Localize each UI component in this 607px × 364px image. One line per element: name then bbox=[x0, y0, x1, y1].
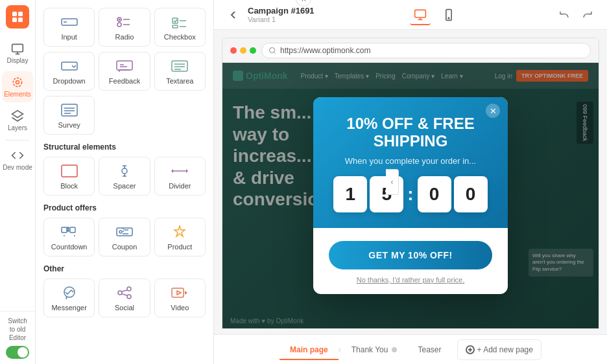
sidebar-label-display: Display bbox=[7, 57, 29, 64]
tab-teaser[interactable]: Teaser bbox=[407, 340, 451, 359]
browser-bar: https://www.optimonk.com bbox=[222, 38, 599, 63]
sidebar-item-layers[interactable]: Layers bbox=[2, 105, 33, 136]
add-page-button[interactable]: + Add new page bbox=[457, 339, 542, 360]
browser-content: OptiMonk Product ▾ Templates ▾ Pricing C… bbox=[222, 63, 599, 328]
redo-button[interactable] bbox=[578, 6, 597, 24]
element-countdown[interactable]: Countdown bbox=[43, 218, 95, 256]
element-divider-label: Divider bbox=[169, 182, 191, 190]
element-input-label: Input bbox=[61, 33, 77, 41]
mobile-device-button[interactable] bbox=[438, 5, 459, 25]
svg-line-60 bbox=[122, 294, 127, 295]
tab-main-page[interactable]: Main page bbox=[280, 340, 339, 359]
tab-thank-you[interactable]: Thank You bbox=[341, 340, 408, 359]
element-textarea-label: Textarea bbox=[166, 77, 193, 85]
svg-rect-1 bbox=[18, 12, 23, 16]
header-right bbox=[555, 6, 597, 24]
app-logo[interactable] bbox=[6, 5, 29, 28]
svg-rect-0 bbox=[12, 12, 17, 16]
svg-point-13 bbox=[118, 19, 120, 21]
popup-close-button[interactable]: ✕ bbox=[486, 104, 500, 118]
popup-subtitle: When you complete your order in... bbox=[329, 156, 492, 166]
back-button[interactable] bbox=[224, 6, 243, 24]
element-messenger[interactable]: Messenger bbox=[43, 279, 95, 317]
popup-bottom: GET MY 10% OFF! No thanks, I'd rather pa… bbox=[313, 228, 508, 294]
element-input[interactable]: Input bbox=[43, 8, 95, 47]
svg-point-57 bbox=[118, 291, 122, 295]
tab-teaser-label: Teaser bbox=[418, 345, 441, 354]
element-video[interactable]: Video bbox=[154, 279, 206, 317]
svg-rect-43 bbox=[67, 227, 69, 229]
switch-old-section: Switch to old Editor bbox=[0, 311, 35, 364]
desktop-device-button[interactable] bbox=[410, 5, 431, 25]
svg-line-59 bbox=[122, 290, 127, 291]
structural-grid: Block Spacer Divider bbox=[43, 157, 206, 196]
svg-point-34 bbox=[122, 168, 127, 174]
svg-point-8 bbox=[13, 78, 21, 86]
sidebar-label-layers: Layers bbox=[8, 124, 27, 131]
element-dropdown[interactable]: Dropdown bbox=[43, 52, 95, 91]
product-offers-title: Product offers bbox=[43, 203, 206, 212]
sidebar-divider bbox=[6, 140, 29, 141]
element-survey[interactable]: Survey bbox=[43, 96, 95, 135]
tab-thank-you-label: Thank You bbox=[351, 345, 388, 354]
sidebar-item-devmode[interactable]: Dev mode bbox=[2, 144, 33, 176]
element-block-label: Block bbox=[60, 182, 78, 190]
sidebar-label-devmode: Dev mode bbox=[3, 164, 32, 171]
timer-row: 1 5 : 0 0 bbox=[329, 176, 492, 212]
undo-button[interactable] bbox=[555, 6, 573, 24]
popup-overlay: ✕ 10% OFF & FREE SHIPPING When you compl… bbox=[222, 63, 599, 328]
popup-modal: ✕ 10% OFF & FREE SHIPPING When you compl… bbox=[313, 97, 508, 294]
element-radio[interactable]: Radio bbox=[99, 8, 150, 47]
timer-box-3: 0 bbox=[418, 176, 451, 212]
svg-rect-2 bbox=[12, 17, 17, 22]
element-spacer[interactable]: Spacer bbox=[99, 157, 150, 196]
timer-colon: : bbox=[407, 184, 413, 205]
top-header: Campaign #1691 Variant 1 bbox=[214, 0, 607, 30]
svg-marker-41 bbox=[186, 169, 188, 173]
svg-point-7 bbox=[16, 81, 19, 84]
switch-old-toggle[interactable] bbox=[6, 346, 29, 359]
element-messenger-label: Messenger bbox=[51, 304, 86, 312]
other-title: Other bbox=[43, 264, 206, 273]
sidebar-item-display[interactable]: Display bbox=[2, 38, 33, 69]
element-countdown-label: Countdown bbox=[51, 243, 88, 251]
popup-cta-button[interactable]: GET MY 10% OFF! bbox=[329, 241, 492, 269]
element-feedback[interactable]: Feedback bbox=[99, 52, 150, 91]
browser-dot-yellow bbox=[240, 47, 246, 54]
campaign-subtitle: Variant 1 bbox=[248, 16, 315, 23]
svg-line-55 bbox=[66, 297, 67, 299]
sidebar-label-elements: Elements bbox=[4, 91, 31, 98]
element-coupon[interactable]: Coupon bbox=[99, 218, 150, 256]
svg-marker-53 bbox=[174, 226, 185, 236]
bottom-bar: ∧ Main page › Thank You Teaser + Add new… bbox=[214, 334, 607, 364]
tab-main-page-label: Main page bbox=[290, 345, 328, 354]
sidebar-item-elements[interactable]: Elements bbox=[2, 71, 33, 102]
header-center bbox=[410, 5, 459, 25]
browser-url-bar[interactable]: https://www.optimonk.com bbox=[261, 43, 591, 58]
element-product-label: Product bbox=[167, 243, 192, 251]
svg-point-49 bbox=[119, 231, 122, 233]
popup-no-thanks[interactable]: No thanks, I'd rather pay full price. bbox=[329, 276, 492, 284]
add-page-label: + Add new page bbox=[477, 345, 533, 354]
timer-box-1: 1 bbox=[333, 176, 367, 212]
element-feedback-label: Feedback bbox=[109, 77, 140, 85]
element-social[interactable]: Social bbox=[99, 279, 150, 317]
element-block[interactable]: Block bbox=[43, 157, 95, 196]
svg-point-68 bbox=[448, 17, 449, 19]
element-product[interactable]: Product bbox=[154, 218, 206, 256]
element-coupon-label: Coupon bbox=[112, 243, 137, 251]
element-spacer-label: Spacer bbox=[113, 182, 136, 190]
site-background: OptiMonk Product ▾ Templates ▾ Pricing C… bbox=[222, 63, 599, 328]
popup-title: 10% OFF & FREE SHIPPING bbox=[329, 115, 492, 150]
structural-title: Structural elements bbox=[43, 142, 206, 152]
element-divider[interactable]: Divider bbox=[154, 157, 206, 196]
element-survey-label: Survey bbox=[58, 121, 80, 129]
svg-marker-40 bbox=[171, 169, 173, 173]
element-checkbox[interactable]: Checkbox bbox=[154, 8, 206, 47]
browser-dot-red bbox=[230, 47, 237, 54]
svg-point-69 bbox=[270, 47, 275, 52]
element-textarea[interactable]: Textarea bbox=[154, 52, 206, 91]
main-area: Campaign #1691 Variant 1 ‹ bbox=[214, 0, 607, 364]
panel-collapse-button[interactable]: ‹ bbox=[386, 169, 399, 195]
browser-window: https://www.optimonk.com OptiMonk Produc… bbox=[222, 38, 599, 329]
